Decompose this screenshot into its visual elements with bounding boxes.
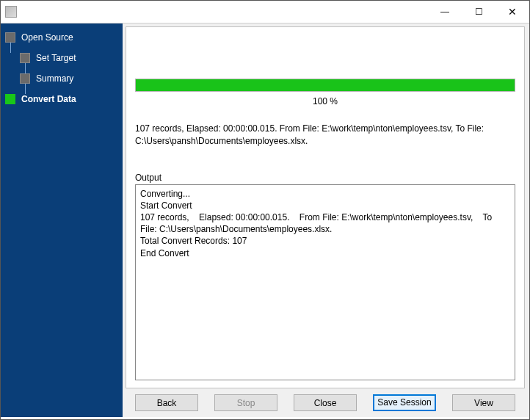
progress-section: 100 %	[135, 79, 515, 106]
sidebar-item-label: Summary	[36, 73, 73, 84]
sidebar: Open Source Set Target Summary Convert D…	[1, 23, 123, 417]
status-text: 107 records, Elapsed: 00:00:00.015. From…	[135, 123, 515, 148]
sidebar-item-convert-data[interactable]: Convert Data	[5, 94, 118, 104]
close-window-button[interactable]: ✕	[495, 1, 529, 23]
content-panel: 100 % 107 records, Elapsed: 00:00:00.015…	[126, 26, 525, 388]
button-row: Back Stop Close Save Session View	[126, 391, 525, 413]
connector-icon	[10, 43, 11, 53]
titlebar: — ☐ ✕	[1, 1, 529, 23]
sidebar-item-label: Convert Data	[21, 94, 76, 104]
back-button[interactable]: Back	[135, 394, 198, 411]
save-session-button[interactable]: Save Session	[373, 394, 436, 411]
sidebar-item-label: Set Target	[36, 53, 76, 63]
progress-percent-label: 100 %	[135, 96, 515, 106]
window-controls: — ☐ ✕	[428, 1, 529, 23]
sidebar-item-summary[interactable]: Summary	[5, 73, 118, 84]
minimize-button[interactable]: —	[428, 1, 462, 23]
step-box-icon	[5, 32, 15, 43]
progress-bar	[135, 79, 515, 92]
sidebar-item-label: Open Source	[21, 32, 73, 43]
connector-icon	[25, 63, 26, 73]
step-box-icon	[20, 53, 30, 63]
step-box-icon	[5, 94, 15, 104]
close-button[interactable]: Close	[294, 394, 357, 411]
main-panel: 100 % 107 records, Elapsed: 00:00:00.015…	[123, 23, 529, 417]
stop-button: Stop	[214, 394, 277, 411]
view-button[interactable]: View	[452, 394, 515, 411]
sidebar-item-open-source[interactable]: Open Source	[5, 32, 118, 43]
step-box-icon	[20, 73, 30, 84]
output-label: Output	[135, 173, 515, 183]
sidebar-item-set-target[interactable]: Set Target	[5, 53, 118, 63]
output-box: Converting... Start Convert 107 records,…	[135, 184, 515, 380]
maximize-button[interactable]: ☐	[462, 1, 495, 23]
output-textarea[interactable]: Converting... Start Convert 107 records,…	[136, 185, 515, 380]
connector-icon	[25, 84, 26, 94]
app-body: Open Source Set Target Summary Convert D…	[1, 23, 529, 417]
app-icon	[5, 6, 17, 18]
